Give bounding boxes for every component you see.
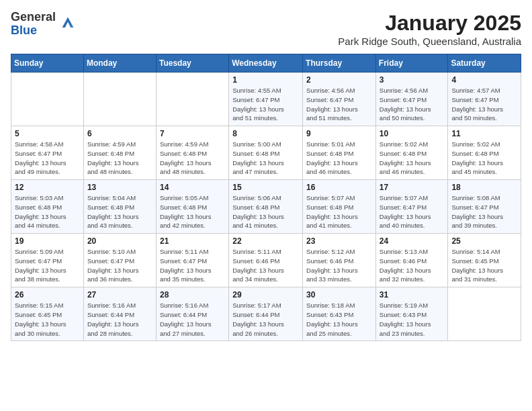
day-number: 27 bbox=[87, 290, 152, 300]
location-title: Park Ridge South, Queensland, Australia bbox=[338, 36, 521, 47]
day-cell: 13Sunrise: 5:04 AM Sunset: 6:48 PM Dayli… bbox=[83, 180, 156, 234]
day-info: Sunrise: 5:19 AM Sunset: 6:43 PM Dayligh… bbox=[380, 301, 445, 338]
day-cell: 15Sunrise: 5:06 AM Sunset: 6:48 PM Dayli… bbox=[229, 180, 303, 234]
day-number: 21 bbox=[160, 236, 225, 246]
day-cell: 3Sunrise: 4:56 AM Sunset: 6:47 PM Daylig… bbox=[375, 73, 448, 126]
day-info: Sunrise: 4:56 AM Sunset: 6:47 PM Dayligh… bbox=[380, 86, 445, 123]
day-cell: 30Sunrise: 5:18 AM Sunset: 6:43 PM Dayli… bbox=[303, 287, 376, 341]
day-number: 14 bbox=[160, 183, 225, 192]
day-number: 22 bbox=[232, 236, 299, 246]
day-info: Sunrise: 4:58 AM Sunset: 6:47 PM Dayligh… bbox=[15, 140, 80, 177]
day-info: Sunrise: 5:14 AM Sunset: 6:45 PM Dayligh… bbox=[451, 247, 517, 284]
weekday-header-monday: Monday bbox=[83, 54, 156, 73]
day-number: 10 bbox=[380, 129, 445, 138]
day-number: 20 bbox=[87, 236, 152, 246]
day-cell: 21Sunrise: 5:11 AM Sunset: 6:47 PM Dayli… bbox=[156, 234, 228, 287]
weekday-header-friday: Friday bbox=[375, 54, 448, 73]
day-info: Sunrise: 4:55 AM Sunset: 6:47 PM Dayligh… bbox=[232, 86, 299, 123]
day-cell: 6Sunrise: 4:59 AM Sunset: 6:48 PM Daylig… bbox=[83, 126, 156, 180]
week-row-4: 19Sunrise: 5:09 AM Sunset: 6:47 PM Dayli… bbox=[11, 234, 521, 287]
logo-text: General Blue bbox=[11, 11, 77, 38]
day-info: Sunrise: 4:57 AM Sunset: 6:47 PM Dayligh… bbox=[451, 86, 517, 123]
day-cell: 2Sunrise: 4:56 AM Sunset: 6:47 PM Daylig… bbox=[303, 73, 376, 126]
week-row-2: 5Sunrise: 4:58 AM Sunset: 6:47 PM Daylig… bbox=[11, 126, 521, 180]
day-info: Sunrise: 4:59 AM Sunset: 6:48 PM Dayligh… bbox=[87, 140, 152, 177]
day-cell bbox=[448, 287, 521, 341]
day-number: 24 bbox=[380, 236, 445, 246]
weekday-header-row: SundayMondayTuesdayWednesdayThursdayFrid… bbox=[11, 54, 521, 73]
page-header: General Blue January 2025 Park Ridge Sou… bbox=[11, 11, 521, 47]
title-block: January 2025 Park Ridge South, Queenslan… bbox=[338, 11, 521, 47]
calendar-table: SundayMondayTuesdayWednesdayThursdayFrid… bbox=[11, 54, 521, 341]
week-row-1: 1Sunrise: 4:55 AM Sunset: 6:47 PM Daylig… bbox=[11, 73, 521, 126]
weekday-header-wednesday: Wednesday bbox=[229, 54, 303, 73]
day-cell: 18Sunrise: 5:08 AM Sunset: 6:47 PM Dayli… bbox=[448, 180, 521, 234]
day-cell: 7Sunrise: 4:59 AM Sunset: 6:48 PM Daylig… bbox=[156, 126, 228, 180]
day-cell: 20Sunrise: 5:10 AM Sunset: 6:47 PM Dayli… bbox=[83, 234, 156, 287]
day-info: Sunrise: 5:16 AM Sunset: 6:44 PM Dayligh… bbox=[160, 301, 225, 338]
day-number: 11 bbox=[451, 129, 517, 138]
day-info: Sunrise: 5:12 AM Sunset: 6:46 PM Dayligh… bbox=[306, 247, 372, 284]
day-cell: 17Sunrise: 5:07 AM Sunset: 6:47 PM Dayli… bbox=[375, 180, 448, 234]
weekday-header-tuesday: Tuesday bbox=[156, 54, 228, 73]
day-cell: 4Sunrise: 4:57 AM Sunset: 6:47 PM Daylig… bbox=[448, 73, 521, 126]
day-cell: 16Sunrise: 5:07 AM Sunset: 6:48 PM Dayli… bbox=[303, 180, 376, 234]
day-cell bbox=[156, 73, 228, 126]
weekday-header-sunday: Sunday bbox=[11, 54, 84, 73]
day-number: 17 bbox=[380, 183, 445, 192]
day-cell: 19Sunrise: 5:09 AM Sunset: 6:47 PM Dayli… bbox=[11, 234, 84, 287]
day-number: 3 bbox=[380, 75, 445, 85]
day-number: 18 bbox=[451, 183, 517, 192]
day-cell: 9Sunrise: 5:01 AM Sunset: 6:48 PM Daylig… bbox=[303, 126, 376, 180]
day-info: Sunrise: 5:10 AM Sunset: 6:47 PM Dayligh… bbox=[87, 247, 152, 284]
day-info: Sunrise: 5:01 AM Sunset: 6:48 PM Dayligh… bbox=[306, 140, 372, 177]
day-info: Sunrise: 5:07 AM Sunset: 6:48 PM Dayligh… bbox=[306, 193, 372, 230]
day-cell: 12Sunrise: 5:03 AM Sunset: 6:48 PM Dayli… bbox=[11, 180, 84, 234]
day-info: Sunrise: 5:06 AM Sunset: 6:48 PM Dayligh… bbox=[232, 193, 299, 230]
day-cell: 26Sunrise: 5:15 AM Sunset: 6:45 PM Dayli… bbox=[11, 287, 84, 341]
day-number: 28 bbox=[160, 290, 225, 300]
day-info: Sunrise: 5:15 AM Sunset: 6:45 PM Dayligh… bbox=[15, 301, 80, 338]
day-cell: 29Sunrise: 5:17 AM Sunset: 6:44 PM Dayli… bbox=[229, 287, 303, 341]
day-info: Sunrise: 5:16 AM Sunset: 6:44 PM Dayligh… bbox=[87, 301, 152, 338]
day-number: 2 bbox=[306, 75, 372, 85]
day-cell: 14Sunrise: 5:05 AM Sunset: 6:48 PM Dayli… bbox=[156, 180, 228, 234]
logo-icon bbox=[58, 13, 77, 32]
week-row-3: 12Sunrise: 5:03 AM Sunset: 6:48 PM Dayli… bbox=[11, 180, 521, 234]
day-info: Sunrise: 5:07 AM Sunset: 6:47 PM Dayligh… bbox=[380, 193, 445, 230]
week-row-5: 26Sunrise: 5:15 AM Sunset: 6:45 PM Dayli… bbox=[11, 287, 521, 341]
day-number: 1 bbox=[232, 75, 299, 85]
day-info: Sunrise: 4:56 AM Sunset: 6:47 PM Dayligh… bbox=[306, 86, 372, 123]
day-info: Sunrise: 5:11 AM Sunset: 6:46 PM Dayligh… bbox=[232, 247, 299, 284]
day-number: 15 bbox=[232, 183, 299, 192]
day-cell: 22Sunrise: 5:11 AM Sunset: 6:46 PM Dayli… bbox=[229, 234, 303, 287]
day-cell: 31Sunrise: 5:19 AM Sunset: 6:43 PM Dayli… bbox=[375, 287, 448, 341]
weekday-header-thursday: Thursday bbox=[303, 54, 376, 73]
day-cell: 8Sunrise: 5:00 AM Sunset: 6:48 PM Daylig… bbox=[229, 126, 303, 180]
day-number: 23 bbox=[306, 236, 372, 246]
day-number: 12 bbox=[15, 183, 80, 192]
day-info: Sunrise: 5:11 AM Sunset: 6:47 PM Dayligh… bbox=[160, 247, 225, 284]
day-number: 25 bbox=[451, 236, 517, 246]
month-title: January 2025 bbox=[338, 11, 521, 36]
day-info: Sunrise: 5:18 AM Sunset: 6:43 PM Dayligh… bbox=[306, 301, 372, 338]
day-number: 9 bbox=[306, 129, 372, 138]
day-cell: 28Sunrise: 5:16 AM Sunset: 6:44 PM Dayli… bbox=[156, 287, 228, 341]
logo-general: General bbox=[11, 10, 56, 24]
day-cell bbox=[11, 73, 84, 126]
day-cell: 5Sunrise: 4:58 AM Sunset: 6:47 PM Daylig… bbox=[11, 126, 84, 180]
day-number: 4 bbox=[451, 75, 517, 85]
day-info: Sunrise: 5:03 AM Sunset: 6:48 PM Dayligh… bbox=[15, 193, 80, 230]
day-cell: 23Sunrise: 5:12 AM Sunset: 6:46 PM Dayli… bbox=[303, 234, 376, 287]
day-info: Sunrise: 5:17 AM Sunset: 6:44 PM Dayligh… bbox=[232, 301, 299, 338]
day-info: Sunrise: 4:59 AM Sunset: 6:48 PM Dayligh… bbox=[160, 140, 225, 177]
day-cell: 11Sunrise: 5:02 AM Sunset: 6:48 PM Dayli… bbox=[448, 126, 521, 180]
day-info: Sunrise: 5:05 AM Sunset: 6:48 PM Dayligh… bbox=[160, 193, 225, 230]
day-number: 30 bbox=[306, 290, 372, 300]
day-info: Sunrise: 5:02 AM Sunset: 6:48 PM Dayligh… bbox=[451, 140, 517, 177]
day-number: 7 bbox=[160, 129, 225, 138]
day-info: Sunrise: 5:02 AM Sunset: 6:48 PM Dayligh… bbox=[380, 140, 445, 177]
day-number: 19 bbox=[15, 236, 80, 246]
weekday-header-saturday: Saturday bbox=[448, 54, 521, 73]
day-number: 31 bbox=[380, 290, 445, 300]
